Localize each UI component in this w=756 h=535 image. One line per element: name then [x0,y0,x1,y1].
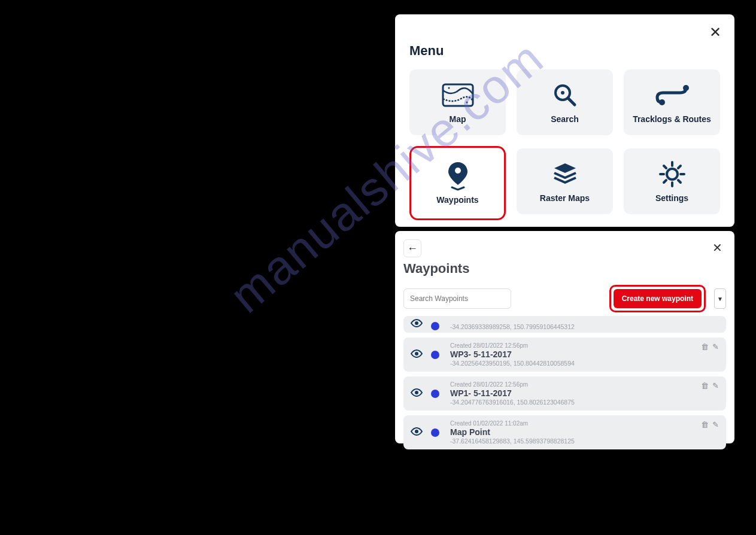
delete-icon[interactable]: 🗑 [701,342,709,351]
waypoint-color-dot [431,428,439,437]
menu-panel: ✕ Menu Map Sea [395,14,734,227]
waypoint-name: WP3- 5-11-2017 [450,349,719,359]
svg-point-9 [667,169,678,180]
waypoint-name: WP1- 5-11-2017 [450,388,719,398]
waypoint-created: Created 01/02/2022 11:02am [450,420,719,427]
menu-tile-label: Raster Maps [540,193,590,203]
create-waypoint-button[interactable]: Create new waypoint [614,289,702,308]
svg-point-8 [455,168,461,174]
waypoints-toolbar: Create new waypoint ▼ [403,285,726,312]
waypoints-list: -34.20369338989258, 150.79959106445312 C… [403,316,726,449]
delete-icon[interactable]: 🗑 [701,381,709,390]
menu-tile-waypoints[interactable]: Waypoints [409,146,506,220]
menu-tile-map[interactable]: Map [409,69,506,135]
svg-point-7 [683,85,689,91]
waypoint-coords: -34.20369338989258, 150.79959106445312 [450,323,719,330]
waypoint-item[interactable]: -34.20369338989258, 150.79959106445312 [403,316,726,333]
svg-line-16 [678,166,681,168]
visibility-icon[interactable] [411,387,423,400]
menu-tile-label: Settings [655,193,688,203]
menu-tile-label: Waypoints [436,195,478,205]
menu-tile-raster[interactable]: Raster Maps [517,148,613,214]
menu-tile-settings[interactable]: Settings [624,148,720,214]
svg-point-20 [415,391,418,394]
menu-title: Menu [409,43,720,59]
menu-tile-tracklogs[interactable]: Tracklogs & Routes [624,69,720,135]
waypoint-coords: -34.20256423950195, 150.80442810058594 [450,360,719,367]
dropdown-toggle[interactable]: ▼ [714,288,726,309]
svg-point-19 [415,352,418,355]
svg-point-6 [659,99,665,105]
menu-tile-search[interactable]: Search [517,69,613,135]
menu-tile-label: Search [551,114,579,124]
edit-icon[interactable]: ✎ [712,420,719,429]
waypoint-icon [441,162,475,190]
route-icon [655,81,690,110]
waypoint-coords: -37.62416458129883, 145.59893798828125 [450,437,719,445]
search-input[interactable] [403,288,511,309]
svg-point-2 [466,102,467,104]
chevron-down-icon: ▼ [717,296,723,302]
waypoint-color-dot [431,351,439,359]
edit-icon[interactable]: ✎ [712,342,719,351]
menu-tile-label: Map [450,114,466,124]
waypoint-coords: -34.204776763916016, 150.8026123046875 [450,399,719,406]
waypoint-created: Created 28/01/2022 12:56pm [450,342,719,349]
edit-icon[interactable]: ✎ [712,381,719,390]
svg-point-21 [415,430,418,433]
waypoint-created: Created 28/01/2022 12:56pm [450,381,719,388]
close-icon[interactable]: ✕ [712,241,722,255]
svg-line-17 [664,180,666,183]
waypoint-item[interactable]: Created 28/01/2022 12:56pm WP1- 5-11-201… [403,376,726,411]
back-button[interactable]: ← [403,239,421,257]
close-icon[interactable]: ✕ [709,25,721,39]
map-icon [441,81,475,110]
visibility-icon[interactable] [411,348,423,361]
layers-icon [548,160,582,189]
waypoints-panel: ✕ ← Waypoints Create new waypoint ▼ -34.… [395,231,734,443]
menu-grid: Map Search Tracklogs & Routes [409,69,720,220]
svg-point-18 [415,321,418,325]
visibility-icon[interactable] [411,318,423,330]
svg-point-1 [448,87,450,89]
svg-rect-0 [443,84,473,106]
delete-icon[interactable]: 🗑 [701,420,709,429]
waypoint-name: Map Point [450,427,719,437]
search-icon [548,81,582,110]
waypoints-title: Waypoints [403,261,726,276]
menu-tile-label: Tracklogs & Routes [633,114,711,124]
gear-icon [655,160,690,189]
svg-line-5 [568,98,575,105]
waypoint-item[interactable]: Created 01/02/2022 11:02am Map Point -37… [403,415,726,449]
svg-line-15 [678,180,681,183]
svg-point-4 [561,91,564,95]
arrow-left-icon: ← [407,242,418,255]
waypoint-item[interactable]: Created 28/01/2022 12:56pm WP3- 5-11-201… [403,338,726,372]
visibility-icon[interactable] [411,426,423,439]
waypoint-color-dot [431,390,439,398]
waypoint-color-dot [431,322,439,330]
svg-line-14 [664,166,666,168]
create-waypoint-highlight: Create new waypoint [609,285,706,312]
